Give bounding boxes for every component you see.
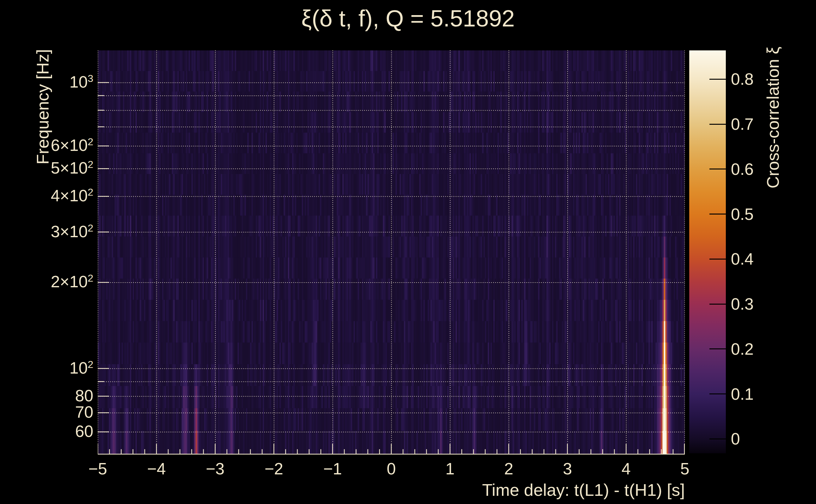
- x-tick-label: 0: [387, 459, 396, 478]
- y-tick-label-base: 5×10: [51, 159, 88, 177]
- colorbar-tick-mark: [710, 79, 726, 80]
- x-tick-label: −1: [323, 459, 342, 478]
- y-tick-label: 80: [0, 386, 93, 405]
- x-tick-label: −4: [147, 459, 166, 478]
- y-tick-label-exponent: 2: [88, 159, 93, 170]
- colorbar-tick-mark: [710, 348, 726, 349]
- y-tick-label: 103: [0, 72, 93, 91]
- colorbar-tick-label: 0.7: [731, 115, 754, 134]
- x-tick-label: 3: [563, 459, 572, 478]
- y-tick-label-base: 6×10: [51, 136, 88, 154]
- x-tick-label: 2: [504, 459, 513, 478]
- y-tick-label: 102: [0, 358, 93, 377]
- colorbar-tick-mark: [710, 214, 726, 215]
- x-tick-label: 5: [681, 459, 690, 478]
- colorbar-tick-label: 0.2: [731, 340, 754, 358]
- x-tick-label: −2: [265, 459, 283, 478]
- y-tick-label-base: 60: [75, 422, 93, 440]
- y-tick-label-base: 10: [69, 73, 88, 91]
- colorbar-tick-label: 0.8: [731, 70, 754, 89]
- y-tick-label-base: 2×10: [51, 272, 88, 291]
- x-tick-label: 4: [622, 459, 631, 478]
- colorbar-tick-mark: [710, 169, 726, 169]
- y-tick-label: 4×102: [0, 186, 93, 205]
- y-tick-label: 2×102: [0, 272, 93, 291]
- y-tick-label: 60: [0, 422, 93, 441]
- y-tick-label: 3×102: [0, 222, 93, 241]
- x-tick-label: −5: [88, 459, 107, 478]
- colorbar-tick-mark: [710, 124, 726, 125]
- root-canvas: ξ(δ t, f), Q = 5.51892 Frequency [Hz] 10…: [0, 0, 816, 504]
- colorbar-tick-label: 0.1: [731, 385, 754, 404]
- colorbar-tick-label: 0.4: [731, 249, 754, 268]
- y-tick-label-exponent: 2: [88, 186, 93, 198]
- colorbar-tick-mark: [710, 259, 726, 260]
- colorbar-tick-label: 0.6: [731, 160, 754, 179]
- colorbar-title: Cross-correlation ξ: [763, 47, 783, 188]
- y-tick-label-base: 3×10: [51, 222, 88, 240]
- y-tick-label: 5×102: [0, 158, 93, 177]
- colorbar-tick-label: 0.5: [731, 205, 754, 224]
- plot-title: ξ(δ t, f), Q = 5.51892: [302, 5, 515, 32]
- colorbar-tick-mark: [710, 393, 726, 394]
- heatmap-canvas: [98, 50, 685, 455]
- colorbar-gradient: [689, 50, 726, 453]
- y-tick-label-exponent: 2: [88, 136, 93, 147]
- colorbar-tick-label: 0: [731, 429, 740, 448]
- y-tick-label-exponent: 2: [88, 359, 93, 370]
- colorbar-tick-mark: [710, 304, 726, 305]
- y-tick-label-base: 70: [75, 403, 93, 421]
- x-axis-title: Time delay: t(L1) - t(H1) [s]: [0, 480, 685, 500]
- y-tick-label-exponent: 2: [88, 222, 93, 233]
- y-tick-label-base: 4×10: [51, 186, 88, 205]
- x-tick-label: −3: [206, 459, 225, 478]
- y-tick-label: 70: [0, 403, 93, 421]
- y-tick-label-exponent: 2: [88, 272, 93, 284]
- y-tick-label-base: 10: [69, 358, 88, 377]
- y-tick-label-base: 80: [75, 386, 93, 404]
- y-tick-label-exponent: 3: [88, 73, 93, 84]
- y-tick-label: 6×102: [0, 136, 93, 155]
- x-tick-label: 1: [445, 459, 455, 478]
- colorbar-tick-label: 0.3: [731, 295, 754, 313]
- colorbar-tick-mark: [710, 438, 726, 439]
